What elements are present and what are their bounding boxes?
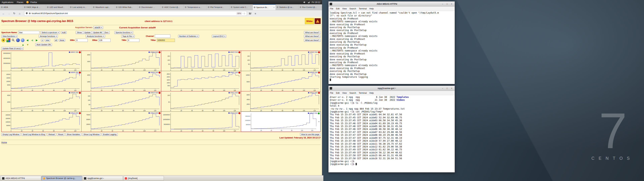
show-button[interactable]: Show [76,31,83,34]
terminal-menu-file[interactable]: File [328,92,334,94]
layout-dropdown[interactable]: Layout ID=2 [212,35,226,38]
library-icon[interactable] [248,11,252,16]
spectrum-chart[interactable]: 5001000150020002500020406080100120 [161,71,241,91]
update-rate-dropdown[interactable]: Update Rate (4 secs) [1,47,24,50]
arrow-left-icon[interactable]: ◀ [26,38,29,42]
terminal-titlebar[interactable]: npg@carme-gsi:~ – □ × [328,86,455,91]
spectrum-chart[interactable]: 2000000004000000006000000000204060801001… [2,51,81,71]
bookmark-star-icon[interactable]: ☆ [243,12,245,15]
spectrum-chart[interactable]: 10002000020406080100120 [82,51,161,71]
all-button[interactable]: all [54,39,58,42]
what-are-these-button-2[interactable]: What are these? [304,35,321,38]
browser-tab[interactable]: ASIC Control @... [161,4,184,10]
channel-input[interactable] [155,34,170,38]
spectra-functions-dropdown[interactable]: Spectra functions [114,31,133,34]
terminal-menu-terminal[interactable]: Terminal [358,8,368,10]
browser-tab[interactable]: Statistics @ ca... [276,4,299,10]
browser-tab[interactable]: Plot Temperat... [207,4,230,10]
taskbar-button[interactable]: AIDA MIDAS HTTPd [1,176,41,181]
zero-button[interactable]: Zero [103,31,110,34]
browser-tab[interactable]: FADC Align & ... [23,4,46,10]
analysis-functions-dropdown[interactable]: Analysis functions [86,35,105,38]
spectrum-plot-aida01[interactable]: 2000000004000000006000000000204060801001… [2,51,81,71]
show-variables-button[interactable]: Show Variables [66,133,81,136]
update-button[interactable]: Update [83,31,92,34]
arrow-down-icon[interactable]: ▼ [26,43,30,46]
spectrum-plot-aida16[interactable]: 50000010000001500000020406080100120aida1… [241,112,321,132]
spectrum-chart[interactable]: 50000010000001500000020406080100120 [242,112,318,131]
taskbar-button[interactable]: Spectrum Browser @ carme-g... [42,176,82,181]
empty-log-window-button[interactable]: Empty Log Window [1,133,21,136]
lock-icon[interactable] [29,12,31,15]
terminal-output[interactable]: loading Spectrum.tcl > can not find chan… [328,11,455,84]
what-are-these-button-3[interactable]: What are these? [304,39,321,42]
terminal-menu-file[interactable]: File [328,8,334,10]
network-icon[interactable] [308,1,310,3]
terminal-close-button[interactable]: × [450,87,454,90]
galleries-dropdown[interactable]: Number of Galleries [178,35,199,38]
back-button[interactable]: ← [1,11,6,16]
spectrum-plot-aida13[interactable]: 50000100000150000200000020406080100120ai… [2,112,81,132]
spectrum-chart[interactable]: 250005000075000020406080100120 [82,112,161,132]
show-log-window-button[interactable]: Show Log Window [82,133,101,136]
radiation-icon[interactable]: ☢ [1,38,5,42]
spectrum-plot-aida02[interactable]: 10002000020406080100120aida02 Stat [81,51,161,71]
spectrum-chart[interactable]: 50000100000150000200000020406080100120 [2,112,81,132]
terminal-titlebar[interactable]: AIDA MIDAS HTTPd – □ × [328,2,455,6]
arrange-functions-dropdown[interactable]: Arrange functions [39,35,58,38]
home-button[interactable]: ⌂ [18,11,22,16]
terminal-minimize-button[interactable]: – [440,87,444,90]
url-bar[interactable]: localhost:8015/Spectrum/Spectrum.tml 80%… [24,11,247,16]
spectrum-chart[interactable]: 50100150020406080100120 [161,51,241,71]
browser-tab[interactable]: System wide C... [230,4,253,10]
enable-logging-button[interactable]: Enable Logging [102,133,118,136]
terminal-menu-search[interactable]: Search [348,8,358,10]
taskbar-button[interactable]: npg@carme-gsi:~ [82,176,123,181]
terminal-menu-search[interactable]: Search [348,92,358,94]
terminal-output[interactable]: drwxr-xr-x. 2 npg npg 6 Jan 30 2022 Temp… [328,95,455,172]
arrow-up-icon[interactable]: ▲ [21,43,25,46]
volume-icon[interactable] [304,1,306,3]
spectrum-plot-aida08[interactable]: 500010000020406080100120aida08 Stat [241,71,321,91]
spectrum-plot-aida12[interactable]: 200040006000020406080100120aida12 Stat [241,91,321,112]
spectrum-chart[interactable]: 50100150020406080100120 [241,51,321,71]
spectrum-plot-aida07[interactable]: 5001000150020002500020406080100120aida07… [161,71,241,91]
shield-icon[interactable] [26,12,28,15]
spectrum-chart[interactable]: 50100150020406080100120 [82,91,161,112]
multi-button[interactable]: multi [61,31,66,34]
arrow-left-secondary-icon[interactable]: ◀ [30,38,34,42]
send-log-window-to-elog-button[interactable]: Send Log Window to Elog [22,133,46,136]
spectrum-plot-aida05[interactable]: 5000100001500020000020406080100120aida05… [2,71,81,91]
terminal-maximize-button[interactable]: □ [445,2,449,6]
url-text[interactable]: localhost:8015/Spectrum/Spectrum.tml [32,12,235,14]
reload-button[interactable]: ↻ [12,11,16,16]
terminal-menu-help[interactable]: Help [368,8,375,10]
sphere-blue-icon[interactable] [16,38,20,42]
select-spectrum-dropdown[interactable]: Select a spectrum [40,31,60,34]
zoom-indicator[interactable]: 80% [236,12,242,14]
terminal-close-button[interactable]: × [450,2,454,6]
view-functions-dropdown[interactable]: View functions [1,35,18,38]
spectrum-chart[interactable]: 10002000020406080100120 [82,71,161,91]
forward-button[interactable]: → [7,11,11,16]
tab-close-icon[interactable]: × [274,6,274,8]
gsi-logo-icon[interactable] [314,18,321,24]
spectrum-chart[interactable]: 50100020406080100120 [161,91,241,112]
spectrum-plot-aida14[interactable]: 250005000075000020406080100120aida14 Sta… [81,112,161,132]
clock[interactable]: Fri 19:12 [312,1,320,4]
browser-tab[interactable]: Temperature a... [184,4,207,10]
xmax-input[interactable] [98,39,110,42]
spectrum-plot-aida03[interactable]: 50100150020406080100120aida03 Stat [161,51,241,71]
what-are-these-button-1[interactable]: What are these? [304,31,321,34]
applications-menu[interactable]: Applications [0,1,15,4]
x-button[interactable]: x [41,39,44,42]
taskbar-button[interactable]: [AnyDesk] [124,176,164,181]
arrow-right-icon[interactable]: ▶ [35,38,38,42]
spectrum-name-input[interactable] [18,31,40,34]
how-to-use-button[interactable]: How to use this page [300,133,321,136]
spectrum-plot-aida15[interactable]: 5000000010000000015000000002040608010012… [161,112,241,132]
spectrum-chart[interactable]: 5000100001500020000020406080100120 [2,71,81,91]
menu-button[interactable]: ≡ [253,11,258,16]
browser-tab[interactable]: LED and Wavef... [46,4,69,10]
firefox-panel-menu[interactable]: Firefox [29,1,39,4]
